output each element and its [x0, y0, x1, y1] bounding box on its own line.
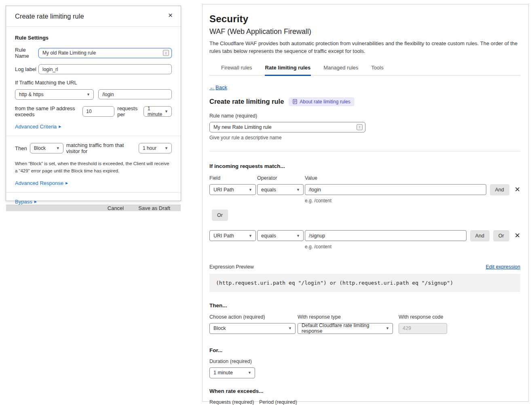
log-label-row: Log label — [15, 64, 172, 74]
triangle-right-icon: ▶ — [59, 125, 61, 128]
divider — [209, 151, 520, 151]
operator-select[interactable]: equals ▼ — [257, 230, 304, 241]
tab-tools[interactable]: Tools — [371, 62, 384, 75]
save-as-draft-button[interactable]: Save as Draft — [138, 205, 170, 211]
operator-select[interactable]: equals ▼ — [257, 184, 304, 195]
tab-rate-limiting-rules[interactable]: Rate limiting rules — [265, 62, 311, 76]
block-note: When “Block” is set, when the threshold … — [15, 160, 172, 175]
chevron-down-icon: ▼ — [87, 92, 90, 97]
create-rate-limiting-rule-dialog: Create rate limiting rule × Rule Setting… — [6, 6, 181, 201]
rule-settings-heading: Rule Settings — [15, 35, 172, 41]
autofill-extension-icon[interactable]: ↑ — [163, 50, 169, 56]
field-select[interactable]: URI Path ▼ — [209, 184, 256, 195]
chevron-down-icon: ▼ — [296, 188, 300, 192]
duration-label: Duration (required) — [209, 359, 520, 364]
expression-preview-label: Expression Preview — [209, 264, 254, 270]
threshold-prefix: from the same IP address exceeds — [15, 105, 80, 118]
value-column-label: Value — [305, 175, 317, 181]
rate-section-title: When rate exceeds... — [209, 388, 520, 394]
dialog-footer: Cancel Save as Draft — [6, 205, 181, 211]
security-waf-panel: Security WAF (Web Application Firewall) … — [202, 4, 529, 402]
rule-name-input[interactable] — [38, 48, 172, 58]
choose-action-label: Choose action (required) — [209, 314, 296, 320]
then-columns: Choose action (required) Block ▼ With re… — [209, 314, 520, 334]
cancel-button[interactable]: Cancel — [108, 205, 124, 211]
advanced-criteria-link[interactable]: Advanced Criteria ▶ — [15, 124, 61, 130]
chevron-down-icon: ▼ — [165, 146, 168, 150]
and-button[interactable]: And — [490, 184, 509, 195]
requests-count-input[interactable] — [82, 106, 114, 117]
match-row-2: URI Path ▼ equals ▼ And Or ✕ — [209, 230, 520, 241]
bypass-link[interactable]: Bypass ▶ — [15, 199, 37, 205]
chevron-down-icon: ▼ — [249, 188, 252, 192]
operator-column-label: Operator — [257, 175, 305, 181]
match-section-title: If incoming requests match... — [209, 163, 520, 169]
or-button[interactable]: Or — [493, 230, 509, 241]
chevron-down-icon: ▼ — [165, 109, 168, 113]
dialog-body: Rule Settings Rule Name ↑ Log label If T… — [6, 27, 181, 205]
form-title-row: Create rate limiting rule About rate lim… — [209, 97, 520, 106]
response-code-input-disabled: 429 — [399, 323, 447, 334]
traffic-match-label: If Traffic Matching the URL — [15, 80, 172, 86]
url-pattern-input[interactable] — [98, 89, 172, 99]
tab-managed-rules[interactable]: Managed rules — [323, 62, 359, 75]
match-row-1: URI Path ▼ equals ▼ And ✕ — [209, 184, 520, 195]
threshold-row: from the same IP address exceeds request… — [15, 105, 172, 118]
rule-name-help: Give your rule a descriptive name — [209, 135, 520, 141]
chevron-down-icon: ▼ — [249, 234, 252, 238]
document-icon — [293, 99, 297, 104]
and-button[interactable]: And — [470, 230, 490, 241]
rate-labels: Requests (required) Period (required) — [209, 399, 520, 405]
action-select[interactable]: Block ▼ — [209, 323, 296, 334]
chevron-down-icon: ▼ — [386, 326, 389, 330]
advanced-response-link[interactable]: Advanced Response ▶ — [15, 180, 68, 186]
response-code-label: With response code — [399, 314, 447, 320]
action-select[interactable]: Block ▼ — [30, 143, 63, 153]
divider — [6, 136, 181, 136]
edit-expression-link[interactable]: Edit expression — [486, 264, 520, 270]
page-subtitle: WAF (Web Application Firewall) — [209, 27, 520, 36]
field-column-label: Field — [209, 175, 257, 181]
log-label-label: Log label — [15, 66, 38, 72]
match-column-labels: Field Operator Value — [209, 175, 520, 181]
dialog-header: Create rate limiting rule × — [6, 6, 181, 27]
triangle-right-icon: ▶ — [34, 200, 37, 204]
value-input[interactable] — [305, 184, 486, 195]
value-input[interactable] — [305, 230, 467, 241]
tab-firewall-rules[interactable]: Firewall rules — [221, 62, 253, 75]
for-section-title: For... — [209, 347, 520, 353]
chevron-down-icon: ▼ — [296, 234, 300, 238]
then-middle: matching traffic from that visitor for — [66, 142, 136, 154]
then-label: Then — [15, 145, 27, 151]
scheme-select[interactable]: http & https ▼ — [15, 89, 94, 100]
chevron-down-icon: ▼ — [248, 371, 251, 375]
back-link[interactable]: ←Back — [209, 84, 227, 90]
rule-name-input[interactable] — [209, 122, 365, 132]
divider — [6, 192, 181, 193]
then-row: Then Block ▼ matching traffic from that … — [15, 142, 172, 154]
duration-select[interactable]: 1 minute ▼ — [209, 367, 255, 378]
waf-tabs: Firewall rules Rate limiting rules Manag… — [209, 62, 520, 76]
value-hint: e.g. /content — [305, 244, 520, 250]
page-title: Security — [209, 13, 520, 25]
threshold-middle: requests per — [117, 105, 141, 118]
chevron-down-icon: ▼ — [288, 326, 292, 330]
remove-row-icon[interactable]: ✕ — [515, 186, 520, 193]
then-section-title: Then... — [209, 302, 520, 308]
dialog-title: Create rate limiting rule — [15, 13, 84, 20]
response-type-select[interactable]: Default Cloudflare rate limiting respons… — [298, 323, 393, 334]
response-type-label: With response type — [298, 314, 393, 320]
block-duration-select[interactable]: 1 hour ▼ — [139, 143, 172, 153]
period-select[interactable]: 1 minute ▼ — [144, 106, 172, 117]
autofill-extension-icon[interactable]: ↑ — [357, 124, 363, 130]
rule-name-row: Rule Name ↑ — [15, 47, 172, 59]
rule-name-label: Rule name (required) — [209, 113, 520, 119]
log-label-input[interactable] — [38, 64, 172, 74]
about-rate-limiting-badge[interactable]: About rate limiting rules — [289, 97, 354, 106]
field-select[interactable]: URI Path ▼ — [209, 230, 256, 241]
close-icon[interactable]: × — [168, 13, 173, 18]
expression-preview-row: Expression Preview Edit expression — [209, 264, 520, 270]
requests-label: Requests (required) — [209, 399, 255, 405]
remove-row-icon[interactable]: ✕ — [515, 232, 520, 239]
or-connector-button[interactable]: Or — [212, 210, 228, 221]
